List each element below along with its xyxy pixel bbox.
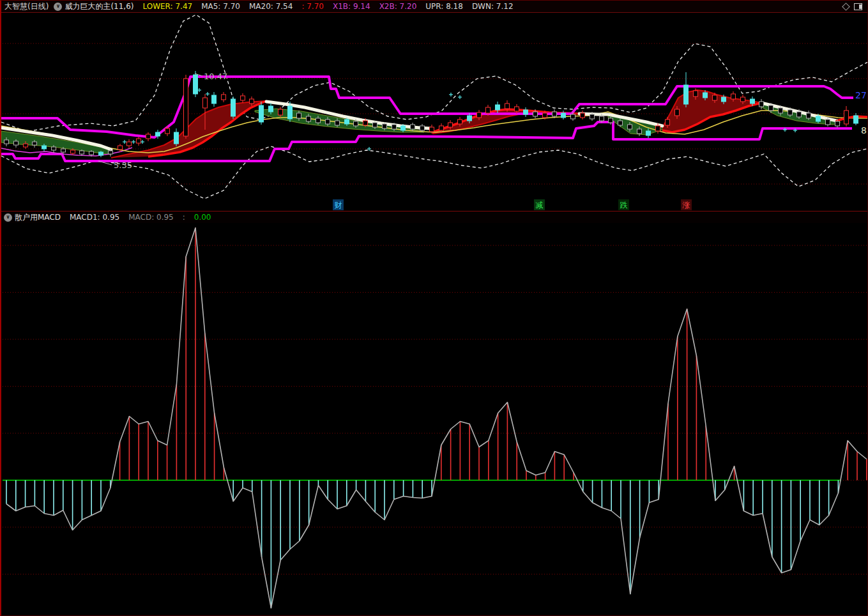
candle [288,106,293,119]
candle [759,102,764,107]
candle [335,121,340,125]
macd-envelope-line [6,228,867,608]
indicator-value: MA5: 7.70 [201,2,240,11]
candle [383,124,387,128]
macd-indicator-name: 散户用MACD [15,212,61,223]
candle [80,151,84,154]
candle [42,146,47,149]
collapse-macd-icon[interactable]: ∨ [4,213,12,222]
candle [203,98,208,108]
candle [609,118,613,123]
candle [411,125,415,129]
signal-marker: 财 [335,201,342,210]
candle [646,131,651,135]
candle [278,109,283,115]
candle [496,105,500,110]
candle [666,119,670,125]
indicator-value: MACD: 0.95 [128,213,174,222]
candle [581,113,585,118]
candle [543,113,547,118]
candle [363,121,368,125]
candle [14,141,19,145]
macd-values: MACD1: 0.95MACD: 0.95:0.00 [61,212,211,223]
candle [222,95,226,100]
candle [788,110,793,115]
candle [269,106,273,112]
candle [146,134,151,139]
candle [345,119,349,124]
candle [769,105,773,111]
candle [524,110,528,114]
candle [118,146,123,150]
candle [392,125,397,129]
candle [477,112,482,118]
candle [307,116,311,121]
candle [241,96,245,100]
signal-marker: 涨 [682,201,690,210]
macd-panel [1,223,867,616]
candle [486,107,491,113]
app-title: 大智慧(日线) [4,1,49,12]
candle [703,93,708,98]
price-annotation: 27 [855,90,867,100]
macd-chart-canvas[interactable] [1,223,868,616]
candle [174,132,179,144]
price-annotation: 8 [861,125,867,135]
candle [816,116,821,121]
app-window: 大智慧(日线) ∨ 威力巨大的主(11,6) LOWER: 7.47MA5: 7… [0,0,868,616]
main-indicator-values: LOWER: 7.47MA5: 7.70MA20: 7.54: 7.70X1B:… [133,1,513,12]
candle [505,104,510,109]
candle [33,142,37,145]
indicator-value: : 7.70 [301,2,324,11]
candle [779,108,783,113]
collapse-main-indicator-icon[interactable]: ∨ [54,3,62,11]
indicator-value: X1B: 9.14 [333,2,370,11]
candle [354,121,358,126]
candle [99,152,103,155]
candle [430,127,434,132]
candle [713,95,717,100]
title-bar: 大智慧(日线) ∨ 威力巨大的主(11,6) LOWER: 7.47MA5: 7… [1,1,867,13]
diamond-icon[interactable] [842,3,850,11]
candle [231,99,236,116]
candle [741,97,745,102]
candle [533,112,538,116]
candle [156,132,160,136]
candle [4,140,9,144]
chevron-down-icon: ∨ [6,215,10,220]
candle [637,129,642,134]
candle [89,151,94,155]
candle [373,123,377,127]
candle [750,99,755,104]
candle [52,147,56,150]
candle [684,85,689,104]
candle [656,126,660,131]
candle [675,109,680,116]
candle [420,126,425,130]
candle [250,99,254,104]
candle [797,112,802,117]
candle [600,116,604,121]
candle [326,119,330,124]
signal-marker: 减 [536,201,544,210]
macd-header: ∨ 散户用MACD MACD1: 0.95MACD: 0.95:0.00 [1,211,867,223]
candle [722,97,726,102]
indicator-value: : [183,213,185,222]
candle [835,121,840,126]
indicator-value: MA20: 7.54 [249,2,293,11]
candle [109,151,113,154]
indicator-value: 0.00 [194,213,211,222]
candle [844,111,849,124]
window-icon[interactable] [854,3,862,10]
signal-marker: 跌 [620,201,628,210]
price-chart-canvas[interactable]: 10.475.35278财减跌涨 [1,13,868,211]
price-annotation: 10.47 [204,72,227,81]
candle [731,94,736,99]
indicator-value: LOWER: 7.47 [142,2,192,11]
price-annotation: 5.35 [114,160,132,170]
indicator-value: X2B: 7.20 [379,2,417,11]
candle [694,91,698,96]
candle [468,116,472,121]
candle [590,114,595,119]
candle [439,126,444,130]
